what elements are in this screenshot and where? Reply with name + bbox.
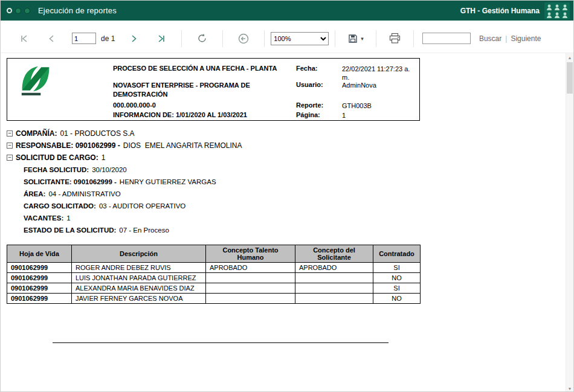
detail-label: ESTADO DE LA SOLICITUD: [24, 227, 116, 234]
toolbar-separator [413, 30, 414, 47]
tree-toggle-icon[interactable]: − [7, 155, 13, 161]
tree-toggle-icon[interactable]: − [7, 130, 13, 137]
meta-row-usuario: Usuario: AdminNova [296, 81, 417, 89]
meta-label: Usuario: [296, 81, 342, 89]
last-page-button[interactable] [155, 32, 168, 45]
back-arrow-icon [237, 33, 250, 45]
detail-label: SOLICITANTE: 0901062999 - [24, 178, 117, 185]
prev-page-button[interactable] [45, 32, 59, 45]
toolbar-separator [335, 30, 335, 47]
next-page-button[interactable] [127, 32, 140, 45]
meta-label: Fecha: [296, 65, 342, 82]
candidates-table: Hoja de Vida Descripción Concepto Talent… [7, 245, 421, 304]
toolbar-separator [181, 30, 182, 47]
first-page-icon [19, 33, 30, 44]
toolbar-separator [222, 30, 223, 47]
detail-vacantes: VACANTES: 1 [24, 212, 566, 224]
detail-label: CARGO SOLICITADO: [24, 202, 96, 210]
toolbar-separator [264, 30, 265, 47]
window-dot-icon [15, 8, 21, 14]
table-cell: LUIS JONATHAN PARADA GUTIERREZ [72, 273, 206, 283]
save-export-button[interactable]: ▾ [346, 32, 365, 45]
table-row: 0901062999 LUIS JONATHAN PARADA GUTIERRE… [7, 273, 421, 283]
tree-toggle-icon[interactable]: − [7, 143, 13, 149]
refresh-button[interactable] [195, 31, 209, 45]
detail-fecha-solicitud: FECHA SOLICITUD: 30/10/2020 [24, 164, 566, 176]
table-cell: 0901062999 [7, 283, 72, 294]
toolbar-separator [376, 30, 376, 47]
zoom-select[interactable]: 100% [271, 32, 329, 45]
window-dot-icon [24, 8, 30, 14]
novasoft-logo [18, 63, 53, 97]
window-title: Ejecución de reportes [38, 6, 117, 15]
window-dot-icon [7, 8, 12, 13]
column-header: Hoja de Vida [7, 245, 72, 263]
column-header: Descripción [72, 245, 206, 263]
window-titlebar: Ejecución de reportes GTH - Gestión Huma… [1, 1, 573, 21]
detail-area: ÁREA: 04 - ADMINISTRATIVO [24, 188, 566, 200]
report-date-range: INFORMACION DE: 1/01/2020 AL 1/03/2021 [113, 111, 247, 118]
tree-label: RESPONSABLE: 0901062999 - [16, 141, 120, 150]
app-module-badge: GTH - Gestión Humana [460, 7, 540, 15]
tree-node-solicitud: − SOLICITUD DE CARGO: 1 [7, 152, 566, 164]
detail-label: VACANTES: [24, 214, 63, 222]
detail-cargo-solicitado: CARGO SOLICITADO: 03 - AUDITOR OPERATIVO [24, 200, 566, 212]
find-links-separator: | [505, 34, 507, 43]
table-cell: JAVIER FERNEY GARCES NOVOA [72, 294, 206, 304]
table-cell [206, 294, 295, 304]
first-page-button[interactable] [18, 32, 31, 45]
column-header: Contratado [373, 245, 421, 263]
meta-row-pagina: Página: 1 [296, 111, 417, 120]
search-input[interactable] [422, 33, 471, 44]
detail-value: 1 [66, 214, 70, 222]
meta-label: Página: [296, 111, 342, 120]
detail-value: 30/10/2020 [92, 166, 127, 173]
last-page-icon [156, 33, 167, 44]
table-header-row: Hoja de Vida Descripción Concepto Talent… [7, 245, 421, 263]
print-button[interactable] [387, 31, 402, 45]
company-nit: 000.000.000-0 [113, 101, 156, 109]
prev-page-icon [47, 33, 57, 44]
table-cell: 0901062999 [7, 294, 72, 304]
find-link[interactable]: Buscar [479, 34, 501, 43]
page-count-label: de 1 [101, 34, 115, 43]
scrollbar-thumb[interactable] [567, 62, 573, 94]
vertical-scrollbar[interactable]: ▲ ▼ [566, 53, 573, 392]
tree-label: COMPAÑÍA: [16, 129, 57, 138]
table-cell: NO [373, 294, 421, 304]
back-to-parent-button[interactable] [236, 31, 251, 46]
tree-value: DIOS EMEL ANGARITA REMOLINA [123, 141, 242, 150]
meta-row-reporte: Reporte: GTH003B [296, 101, 417, 110]
detail-label: ÁREA: [24, 190, 45, 198]
column-header: Concepto Talento Humano [206, 245, 295, 263]
table-row: 0901062999 ROGER ANDRE DEBEZ RUVIS APROB… [7, 263, 421, 273]
refresh-icon [196, 33, 208, 44]
table-cell: 0901062999 [7, 273, 72, 283]
scroll-down-button[interactable]: ▼ [566, 384, 573, 392]
detail-value: 03 - AUDITOR OPERATIVO [99, 202, 185, 210]
table-row: 0901062999 JAVIER FERNEY GARCES NOVOA NO [7, 294, 421, 304]
detail-estado-solicitud: ESTADO DE LA SOLICITUD: 07 - En Proceso [24, 224, 566, 236]
people-grid-icon [544, 2, 570, 19]
scroll-up-button[interactable]: ▲ [566, 53, 573, 62]
print-icon [389, 33, 401, 44]
report-header-box: PROCESO DE SELECCIÓN A UNA FECHA - PLANT… [7, 58, 420, 121]
save-icon [347, 33, 358, 44]
find-next-link[interactable]: Siguiente [511, 34, 541, 43]
table-cell: ROGER ANDRE DEBEZ RUVIS [72, 263, 206, 273]
save-caret-icon: ▾ [361, 36, 364, 42]
report-tree: − COMPAÑÍA: 01 - PRODUCTOS S.A − RESPONS… [7, 127, 566, 164]
report-page: PROCESO DE SELECCIÓN A UNA FECHA - PLANT… [1, 53, 566, 392]
table-row: 0901062999 ALEXANDRA MARIA BENAVIDES DIA… [7, 283, 421, 294]
table-cell [295, 273, 373, 283]
detail-value: HENRY GUTIERREZ VARGAS [120, 178, 216, 185]
next-page-icon [128, 33, 139, 44]
report-title: PROCESO DE SELECCIÓN A UNA FECHA - PLANT… [113, 65, 294, 72]
table-cell [206, 273, 295, 283]
page-number-input[interactable] [72, 33, 96, 44]
detail-label: FECHA SOLICITUD: [24, 166, 89, 173]
tree-label: SOLICITUD DE CARGO: [16, 153, 98, 162]
meta-value: 22/02/2021 11:27:23 a. m. [342, 65, 417, 82]
meta-value: 1 [342, 111, 417, 120]
table-cell: APROBADO [206, 263, 295, 273]
